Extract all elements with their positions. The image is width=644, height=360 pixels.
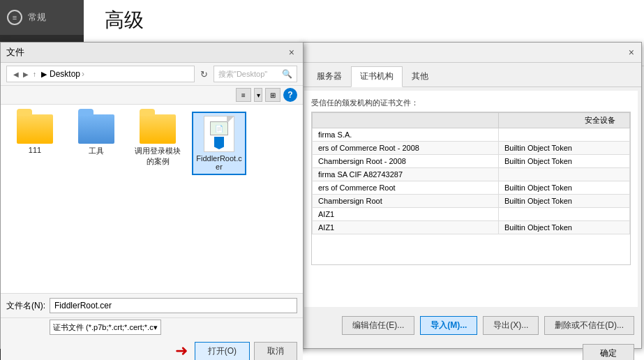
table-row[interactable]: AIZ1 <box>313 208 630 221</box>
file-type-select[interactable]: 证书文件 (*.p7b;*.crt;*.cert;*.c ▾ <box>50 320 161 335</box>
cert-device: Builtin Object Token <box>498 142 629 155</box>
cert-device: Builtin Object Token <box>498 155 629 168</box>
view-list-button[interactable]: ≡ <box>236 88 251 102</box>
search-icon: 🔍 <box>282 69 292 79</box>
edit-trust-button[interactable]: 编辑信任(E)... <box>342 316 414 335</box>
cert-device <box>498 128 629 142</box>
table-row[interactable]: Chambersign Root Builtin Object Token <box>313 195 630 208</box>
table-row[interactable]: ers of Commerce Root Builtin Object Toke… <box>313 181 630 195</box>
general-icon: ≡ <box>7 10 22 25</box>
col-header-name <box>313 113 499 128</box>
file-close-button[interactable]: × <box>286 47 297 58</box>
sidebar-item-general[interactable]: ≡ 常规 <box>0 0 84 35</box>
import-button[interactable]: 导入(M)... <box>420 316 477 335</box>
file-label-tools: 工具 <box>89 146 104 156</box>
delete-button[interactable]: 删除或不信任(D)... <box>544 316 634 335</box>
filetype-row: 文件名(N): 证书文件 (*.p7b;*.crt;*.cert;*.c ▾ <box>1 317 303 339</box>
cert-name: AIZ1 <box>313 221 499 234</box>
path-arrow-up: ↑ <box>33 70 36 78</box>
cert-table: 安全设备 firma S.A. ers of Commerce Root - 2… <box>312 112 630 234</box>
cert-name: AIZ1 <box>313 208 499 221</box>
file-item-tools[interactable]: 工具 <box>69 112 123 175</box>
cert-file-icon: 📄 <box>204 116 234 152</box>
path-arrow-left: ◀ <box>13 70 19 78</box>
file-label-111: 111 <box>29 146 41 154</box>
file-action-row: ➜ 打开(O) 取消 <box>1 339 303 360</box>
cert-name: ers of Commerce Root <box>313 181 499 195</box>
cert-device: Builtin Object Token <box>498 181 629 195</box>
folder-icon-111 <box>17 114 53 144</box>
view-dropdown-button[interactable]: ▾ <box>254 88 262 102</box>
file-dialog-title: 文件 <box>6 46 24 59</box>
folder-icon-case <box>140 114 176 144</box>
table-row[interactable]: Chambersign Root - 2008 Builtin Object T… <box>313 155 630 168</box>
file-label-fiddler: FiddlerRoot.cer <box>196 154 242 171</box>
ok-button[interactable]: 确定 <box>583 344 634 360</box>
search-placeholder: 搜索"Desktop" <box>218 69 267 80</box>
cert-device: Builtin Object Token <box>498 195 629 208</box>
cert-titlebar: × <box>301 43 641 63</box>
folder-icon-tools <box>78 114 114 144</box>
cert-device <box>498 208 629 221</box>
filename-label: 文件名(N): <box>6 300 45 312</box>
refresh-icon[interactable]: ↻ <box>197 68 211 81</box>
cert-table-scroll[interactable]: 安全设备 firma S.A. ers of Commerce Root - 2… <box>311 112 631 265</box>
file-open-dialog: 文件 × ◀ ▶ ↑ ▶ Desktop › ↻ 搜索"Desktop" 🔍 ≡… <box>0 42 304 349</box>
table-row[interactable]: ers of Commerce Root - 2008 Builtin Obje… <box>313 142 630 155</box>
help-button[interactable]: ? <box>283 88 297 102</box>
path-root: ▶ <box>41 70 47 79</box>
cert-tab-other[interactable]: 其他 <box>403 66 437 87</box>
file-type-value: 证书文件 (*.p7b;*.crt;*.cert;*.c <box>53 322 153 333</box>
cert-tab-authority[interactable]: 证书机构 <box>351 66 403 87</box>
dropdown-arrow: ▾ <box>153 323 158 332</box>
cert-name: firma S.A. <box>313 128 499 142</box>
col-header-device: 安全设备 <box>498 113 629 128</box>
file-titlebar: 文件 × <box>1 43 303 63</box>
cert-name: ers of Commerce Root - 2008 <box>313 142 499 155</box>
path-separator: › <box>82 69 84 79</box>
path-arrow-right: ▶ <box>23 70 29 78</box>
cert-tabs: 服务器 证书机构 其他 <box>301 63 641 87</box>
table-row[interactable]: firma SA CIF A82743287 <box>313 168 630 181</box>
cert-dialog: × 服务器 证书机构 其他 受信任的颁发机构的证书文件： 安全设备 firma … <box>300 42 642 349</box>
cert-ok-row: 确定 <box>301 340 641 360</box>
cancel-button[interactable]: 取消 <box>254 342 297 360</box>
file-item-fiddler[interactable]: 📄 FiddlerRoot.cer <box>192 112 246 175</box>
path-breadcrumb[interactable]: ◀ ▶ ↑ ▶ Desktop › <box>6 66 195 82</box>
table-row[interactable]: AIZ1 Builtin Object Token <box>313 221 630 234</box>
file-item-111[interactable]: 111 <box>8 112 62 175</box>
cert-name: firma SA CIF A82743287 <box>313 168 499 181</box>
cert-name: Chambersign Root - 2008 <box>313 155 499 168</box>
open-arrow-indicator: ➜ <box>175 342 188 360</box>
export-button[interactable]: 导出(X)... <box>483 316 539 335</box>
filename-row: 文件名(N): <box>1 293 303 317</box>
cert-table-label: 受信任的颁发机构的证书文件： <box>311 98 631 108</box>
view-toolbar: ≡ ▾ ⊞ ? <box>1 86 303 105</box>
cert-tab-server[interactable]: 服务器 <box>308 66 351 87</box>
file-label-case: 调用登录模块的案例 <box>133 146 182 167</box>
view-details-button[interactable]: ⊞ <box>265 88 280 102</box>
file-content-area: 111 工具 调用登录模块的案例 📄 FiddlerRoot.cer <box>1 105 303 293</box>
file-path-toolbar: ◀ ▶ ↑ ▶ Desktop › ↻ 搜索"Desktop" 🔍 <box>1 63 303 86</box>
cert-action-buttons: 编辑信任(E)... 导入(M)... 导出(X)... 删除或不信任(D)..… <box>301 310 641 340</box>
page-title: 高级 <box>84 0 644 37</box>
filename-input[interactable] <box>50 298 297 313</box>
sidebar-label-general: 常规 <box>28 11 46 24</box>
cert-content-area: 受信任的颁发机构的证书文件： 安全设备 firma S.A. ers of Co… <box>304 91 638 307</box>
path-desktop: Desktop <box>50 69 80 79</box>
cert-device: Builtin Object Token <box>498 221 629 234</box>
file-item-case[interactable]: 调用登录模块的案例 <box>130 112 185 175</box>
cert-device <box>498 168 629 181</box>
cert-close-button[interactable]: × <box>629 47 634 58</box>
search-box[interactable]: 搜索"Desktop" 🔍 <box>214 66 297 82</box>
open-button[interactable]: 打开(O) <box>195 342 250 360</box>
cert-name: Chambersign Root <box>313 195 499 208</box>
table-row[interactable]: firma S.A. <box>313 128 630 142</box>
